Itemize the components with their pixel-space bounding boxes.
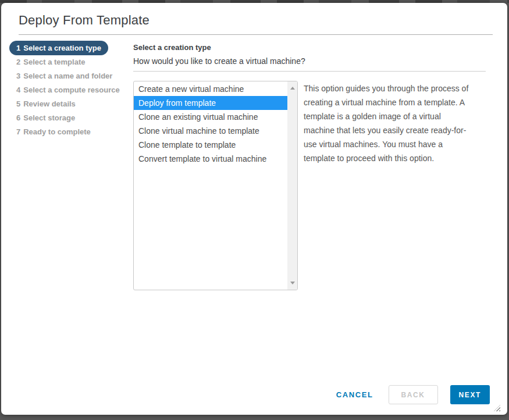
step-number: 7 [16,127,20,136]
back-button[interactable]: BACK [389,385,438,404]
step-label: Select a creation type [23,44,101,52]
cancel-button[interactable]: CANCEL [336,385,373,404]
option-description: This option guides you through the proce… [304,81,472,290]
wizard-step[interactable]: 6Select storage [9,111,82,125]
panel-divider [133,71,486,72]
option-label: Clone an existing virtual machine [138,112,258,122]
listbox-scrollbar[interactable] [287,81,297,290]
step-number: 1 [16,44,20,52]
wizard-step[interactable]: 4Select a compute resource [9,83,127,97]
wizard-body: 1Select a creation type 2Select a templa… [1,35,507,290]
dialog-footer: CANCEL BACK NEXT [336,385,507,404]
step-label: Select a template [23,58,85,66]
wizard-step[interactable]: 3Select a name and folder [9,69,119,83]
wizard-step[interactable]: 2Select a template [9,55,92,69]
panel-heading: Select a creation type [133,42,486,52]
creation-type-option[interactable]: Clone virtual machine to template [134,124,287,138]
creation-type-option[interactable]: Clone an existing virtual machine [134,110,287,124]
creation-type-option[interactable]: Deploy from template [134,96,287,110]
wizard-step[interactable]: 7Ready to complete [9,124,98,139]
option-label: Deploy from template [138,98,216,108]
step-label: Select storage [23,113,75,122]
wizard-step-list: 1Select a creation type 2Select a templa… [1,35,133,138]
step-label: Review details [23,99,76,108]
step-number: 6 [16,113,20,122]
step-label: Select a name and folder [23,72,112,80]
step-label: Ready to complete [23,127,91,136]
wizard-step[interactable]: 5Review details [9,97,83,111]
option-label: Create a new virtual machine [138,84,244,94]
scroll-up-icon[interactable] [290,87,295,90]
dialog-title: Deploy From Template [1,3,507,28]
wizard-step[interactable]: 1Select a creation type [9,41,108,55]
scroll-down-icon[interactable] [290,282,295,284]
step-number: 2 [16,58,20,66]
step-number: 4 [16,86,20,94]
creation-type-options: Create a new virtual machine Deploy from… [134,82,287,166]
step-content-panel: Select a creation type How would you lik… [133,35,507,290]
creation-type-listbox: Create a new virtual machine Deploy from… [133,81,298,290]
next-button[interactable]: NEXT [450,385,490,404]
option-label: Convert template to virtual machine [138,154,266,163]
creation-type-chooser: Create a new virtual machine Deploy from… [133,81,486,290]
step-label: Select a compute resource [23,86,119,94]
panel-question: How would you like to create a virtual m… [133,52,486,66]
creation-type-option[interactable]: Convert template to virtual machine [134,152,287,166]
deploy-from-template-dialog: Deploy From Template 1Select a creation … [1,3,507,415]
option-label: Clone template to template [138,140,236,150]
resize-handle-icon[interactable] [494,405,500,411]
step-number: 5 [16,99,20,108]
creation-type-option[interactable]: Create a new virtual machine [134,82,287,96]
step-number: 3 [16,72,20,80]
option-label: Clone virtual machine to template [138,126,259,136]
creation-type-option[interactable]: Clone template to template [134,138,287,152]
